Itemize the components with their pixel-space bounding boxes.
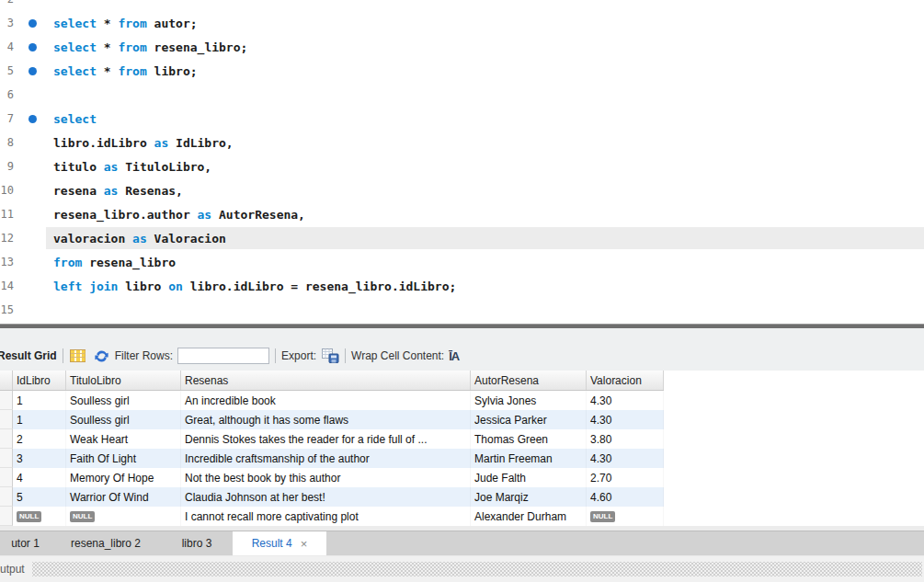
column-header-valoracion[interactable]: Valoracion (587, 371, 664, 390)
row-selector[interactable] (0, 429, 13, 449)
table-cell[interactable]: Alexander Durham (471, 507, 587, 526)
sql-editor[interactable]: 23select * from autor;4select * from res… (0, 0, 924, 324)
editor-line[interactable]: 6 (0, 83, 924, 107)
table-cell[interactable]: NULL (587, 507, 664, 526)
table-cell[interactable]: NULL (66, 507, 181, 526)
export-save-icon[interactable] (321, 348, 339, 363)
wrap-cell-content-label: Wrap Cell Content: (351, 349, 444, 362)
column-header-idlibro[interactable]: IdLibro (13, 371, 66, 390)
table-cell[interactable]: 3.80 (587, 429, 664, 449)
editor-line[interactable]: 7select (0, 107, 924, 131)
editor-line[interactable]: 4select * from resena_libro; (0, 35, 924, 59)
tab-utor-1[interactable]: utor 1 (0, 531, 51, 555)
table-cell[interactable]: NULL (13, 507, 66, 526)
table-cell[interactable]: 4.30 (587, 449, 664, 468)
toolbar-separator (63, 348, 63, 363)
row-selector[interactable] (0, 410, 13, 429)
table-cell[interactable]: 4.30 (587, 410, 664, 429)
row-selector[interactable] (0, 468, 13, 487)
table-cell[interactable]: Weak Heart (66, 429, 181, 449)
table-cell[interactable]: Dennis Stokes takes the reader for a rid… (181, 429, 471, 449)
table-cell[interactable]: Soulless girl (66, 391, 181, 410)
editor-line[interactable]: 8libro.idLibro as IdLibro, (0, 131, 924, 154)
code-text: resena_libro.author as AutorResena, (53, 208, 305, 222)
line-number: 12 (0, 232, 14, 245)
editor-line[interactable]: 13from resena_libro (0, 250, 924, 274)
table-cell[interactable]: Faith Of Light (66, 449, 181, 468)
table-cell[interactable]: 5 (13, 487, 66, 507)
table-cell[interactable]: 3 (13, 449, 66, 468)
table-cell[interactable]: Incredible craftsmanship of the author (181, 449, 471, 468)
table-cell[interactable]: Claudia Johnson at her best! (181, 487, 471, 507)
column-header-titulolibro[interactable]: TituloLibro (66, 371, 181, 390)
table-cell[interactable]: 2 (13, 429, 66, 449)
row-selector[interactable] (0, 391, 13, 410)
sql-keyword: as (104, 184, 119, 198)
line-number: 5 (0, 64, 14, 77)
table-cell[interactable]: Memory Of Hope (66, 468, 181, 487)
sql-text: Valoracion (147, 232, 226, 245)
editor-line[interactable]: 5select * from libro; (0, 59, 924, 83)
wrap-cell-content-icon[interactable]: ĪA (449, 349, 459, 363)
editor-line[interactable]: 14left join libro on libro.idLibro = res… (0, 274, 924, 298)
code-text: valoracion as Valoracion (53, 232, 226, 245)
sql-keyword: left join (53, 280, 118, 293)
filter-rows-input[interactable] (177, 348, 269, 364)
editor-line[interactable]: 15 (0, 298, 924, 322)
editor-line[interactable]: 10resena as Resenas, (0, 178, 924, 202)
column-header-resenas[interactable]: Resenas (181, 371, 471, 390)
editor-line[interactable]: 2 (0, 0, 924, 11)
row-selector[interactable] (0, 487, 13, 507)
sql-text: AutorResena, (211, 208, 305, 222)
table-cell[interactable]: An incredible book (181, 391, 471, 410)
exec-marker-gutter (14, 43, 51, 51)
table-cell[interactable]: Not the best book by this author (181, 468, 471, 487)
exec-marker-gutter (14, 115, 51, 123)
table-row[interactable]: 3Faith Of LightIncredible craftsmanship … (0, 449, 664, 468)
output-panel-header[interactable]: utput (0, 555, 924, 582)
table-cell[interactable]: 1 (13, 391, 66, 410)
table-cell[interactable]: Jude Falth (471, 468, 587, 487)
tab-resena_libro-2[interactable]: resena_libro 2 (51, 531, 161, 555)
table-row[interactable]: 5Warrior Of WindClaudia Johnson at her b… (0, 487, 664, 507)
editor-line[interactable]: 9titulo as TituloLibro, (0, 154, 924, 178)
table-cell[interactable]: I cannot recall more captivating plot (181, 507, 471, 526)
table-cell[interactable]: 1 (13, 410, 66, 429)
line-number: 10 (0, 184, 14, 197)
table-row[interactable]: NULLNULLI cannot recall more captivating… (0, 507, 664, 526)
tab-libro-3[interactable]: libro 3 (161, 531, 233, 555)
table-cell[interactable]: Warrior Of Wind (66, 487, 181, 507)
table-cell[interactable]: Sylvia Jones (471, 391, 587, 410)
table-cell[interactable]: 4.30 (587, 391, 664, 410)
table-cell[interactable]: 4 (13, 468, 66, 487)
exec-statement-dot-icon (29, 115, 37, 123)
tab-label: utor 1 (11, 537, 40, 550)
editor-line[interactable]: 11resena_libro.author as AutorResena, (0, 202, 924, 226)
table-row[interactable]: 4Memory Of HopeNot the best book by this… (0, 468, 664, 487)
refresh-icon[interactable] (95, 349, 108, 363)
grid-body: 1Soulless girlAn incredible bookSylvia J… (0, 391, 924, 526)
sql-text: libro; (147, 64, 198, 78)
sql-keyword: as (104, 160, 119, 174)
table-row[interactable]: 2Weak HeartDennis Stokes takes the reade… (0, 429, 664, 449)
row-selector[interactable] (0, 449, 13, 468)
grid-view-icon[interactable] (69, 348, 87, 363)
table-cell[interactable]: 2.70 (587, 468, 664, 487)
table-cell[interactable]: Jessica Parker (471, 410, 587, 429)
table-row[interactable]: 1Soulless girlAn incredible bookSylvia J… (0, 391, 664, 410)
table-cell[interactable]: Soulless girl (66, 410, 181, 429)
table-cell[interactable]: Martin Freeman (471, 449, 587, 468)
close-icon[interactable]: × (301, 538, 308, 550)
column-header-autorresena[interactable]: AutorResena (471, 371, 587, 390)
sql-text: autor; (147, 17, 198, 30)
tab-result-4[interactable]: Result 4× (233, 531, 326, 555)
table-cell[interactable]: Thomas Green (471, 429, 587, 449)
table-cell[interactable]: Joe Marqiz (471, 487, 587, 507)
line-number: 8 (0, 136, 14, 149)
table-cell[interactable]: 4.60 (587, 487, 664, 507)
table-cell[interactable]: Great, although it has some flaws (181, 410, 471, 429)
editor-line[interactable]: 3select * from autor; (0, 11, 924, 35)
row-selector[interactable] (0, 507, 13, 526)
table-row[interactable]: 1Soulless girlGreat, although it has som… (0, 410, 664, 429)
editor-line[interactable]: 12valoracion as Valoracion (0, 226, 924, 250)
